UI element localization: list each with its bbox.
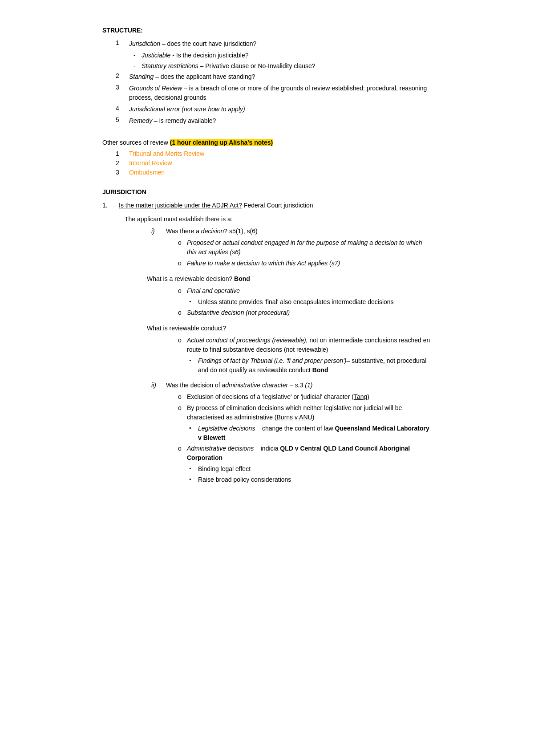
findings-of-fact-item: Findings of fact by Tribunal (i.e. 'fi a… [125,356,432,375]
exclusion-text: Exclusion of decisions of a 'legislative… [187,392,369,402]
roman-i-text: Was there a decision? s5(1), s(6) [166,227,432,236]
other-sources-item-2: 2 Internal Review [102,159,432,167]
structure-item-2-num: 2 [116,72,124,81]
substantive-decision-text: Substantive decision (not procedural) [187,308,290,317]
structure-item-1: 1 Jurisdiction – does the court have jur… [102,39,432,49]
other-sources-item-1-text: Tribunal and Merits Review [129,150,432,157]
roman-ii-item: ii) Was the decision of administrative c… [125,381,432,390]
structure-item-1-num: 1 [116,39,124,49]
structure-item-5-num: 5 [116,116,124,126]
roman-i-label: i) [151,227,162,236]
structure-item-2: 2 Standing – does the applicant have sta… [102,72,432,81]
binding-legal-effect-text: Binding legal effect [198,464,251,474]
structure-heading: STRUCTURE: [102,27,432,34]
adjr-act-text: Is the matter justiciable under the ADJR… [119,202,242,209]
structure-item-5-text: Remedy – is remedy available? [129,116,432,126]
other-sources-item-1: 1 Tribunal and Merits Review [102,150,432,157]
other-sources-item-2-text: Internal Review [129,159,432,167]
final-operative-sub: Unless statute provides 'final' also enc… [125,297,432,307]
final-operative-sub-text: Unless statute provides 'final' also enc… [198,297,394,307]
structure-item-2-text: Standing – does the applicant have stand… [129,72,432,81]
structure-section: STRUCTURE: 1 Jurisdiction – does the cou… [102,27,432,126]
binding-legal-effect-item: Binding legal effect [125,464,432,474]
roman-i-sub-1-text: Proposed or actual conduct engaged in fo… [187,238,432,257]
roman-i-sub-2: Failure to make a decision to which this… [125,259,432,268]
reviewable-conduct-para: What is reviewable conduct? [125,324,432,333]
structure-item-4-num: 4 [116,105,124,114]
justiciable-text: Justiciable - Is the decision justiciabl… [142,51,248,60]
roman-i-sub-2-text: Failure to make a decision to which this… [187,259,340,268]
structure-item-4: 4 Jurisdictional error (not sure how to … [102,105,432,114]
federal-court-text: Federal Court jurisdiction [244,202,313,209]
other-sources-item-3: 3 Ombudsmen [102,169,432,176]
other-sources-item-3-text: Ombudsmen [129,169,432,176]
findings-of-fact-text: Findings of fact by Tribunal (i.e. 'fi a… [198,356,432,375]
other-sources-item-3-num: 3 [116,169,124,176]
jurisdiction-item-1: 1. Is the matter justiciable under the A… [102,201,432,210]
administrative-decisions-text: Administrative decisions – indicia QLD v… [187,444,432,463]
structure-item-4-text: Jurisdictional error (not sure how to ap… [129,105,432,114]
other-sources-section: Other sources of review (1 hour cleaning… [102,138,432,176]
jurisdiction-heading: JURISDICTION [102,188,432,195]
actual-conduct-item: Actual conduct of proceedings (reviewabl… [125,336,432,354]
legislative-decisions-text: Legislative decisions – change the conte… [198,424,432,443]
structure-item-3-num: 3 [116,84,124,102]
roman-ii-text: Was the decision of administrative chara… [166,381,432,390]
substantive-decision-item: Substantive decision (not procedural) [125,308,432,317]
other-sources-heading-highlight: (1 hour cleaning up Alisha's notes) [170,139,273,146]
other-sources-heading-normal: Other sources of review [102,139,170,146]
jurisdiction-section: JURISDICTION 1. Is the matter justiciabl… [102,188,432,484]
broad-policy-text: Raise broad policy considerations [198,475,291,484]
structure-item-3: 3 Grounds of Review – is a breach of one… [102,84,432,102]
other-sources-item-2-num: 2 [116,159,124,167]
roman-i-sub-1: Proposed or actual conduct engaged in fo… [125,238,432,257]
other-sources-item-1-num: 1 [116,150,124,157]
roman-i-item: i) Was there a decision? s5(1), s(6) [125,227,432,236]
applicant-must-para: The applicant must establish there is a: [125,215,432,224]
jurisdiction-text: – does the court have jurisdiction? [162,40,256,47]
reviewable-decision-para: What is a reviewable decision? Bond [125,274,432,284]
elimination-item: By process of elimination decisions whic… [125,403,432,422]
jurisdiction-label: Jurisdiction [129,40,160,47]
statutory-restrictions-text: Statutory restrictions – Privative claus… [142,61,316,71]
administrative-decisions-item: Administrative decisions – indicia QLD v… [125,444,432,463]
roman-ii-label: ii) [151,381,162,390]
jurisdiction-item-1-text: Is the matter justiciable under the ADJR… [119,201,313,210]
jurisdiction-item-1-num: 1. [102,201,113,210]
elimination-text: By process of elimination decisions whic… [187,403,432,422]
statutory-restrictions-item: Statutory restrictions – Privative claus… [102,61,432,71]
structure-item-1-text: Jurisdiction – does the court have juris… [129,39,432,49]
legislative-decisions-item: Legislative decisions – change the conte… [125,424,432,443]
final-operative-text: Final and operative [187,286,240,296]
applicant-must-section: The applicant must establish there is a:… [102,215,432,484]
broad-policy-item: Raise broad policy considerations [125,475,432,484]
justiciable-item: Justiciable - Is the decision justiciabl… [102,51,432,60]
exclusion-item: Exclusion of decisions of a 'legislative… [125,392,432,402]
structure-item-3-text: Grounds of Review – is a breach of one o… [129,84,432,102]
final-operative-item: Final and operative [125,286,432,296]
actual-conduct-text: Actual conduct of proceedings (reviewabl… [187,336,432,354]
other-sources-heading: Other sources of review (1 hour cleaning… [102,138,432,147]
structure-item-5: 5 Remedy – is remedy available? [102,116,432,126]
